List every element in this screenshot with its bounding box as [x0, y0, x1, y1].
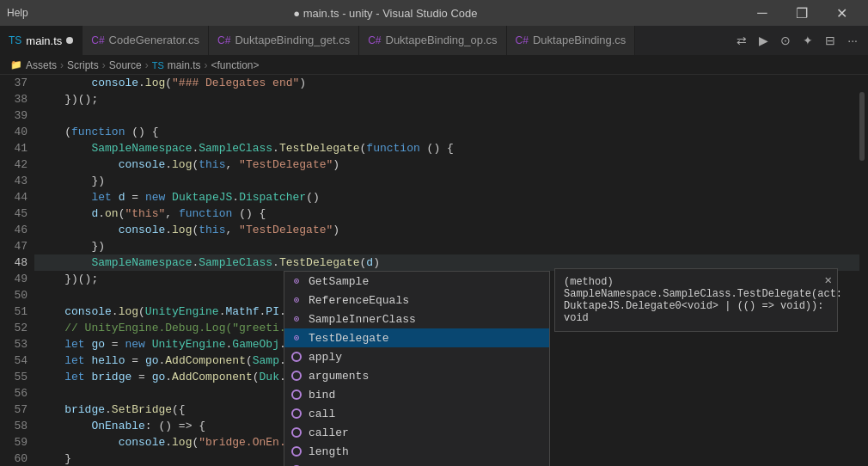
breadcrumb-sep-4: ›	[204, 59, 207, 71]
autocomplete-item-call[interactable]: call	[284, 404, 549, 423]
method-icon: ⊙	[290, 331, 303, 345]
tab-actions: ⇄ ▶ ⊙ ✦ ⊟ ···	[733, 26, 868, 55]
autocomplete-item-test-delegate[interactable]: ⊙ TestDelegate	[284, 328, 549, 347]
tab-label-duktape-op: DuktapeBinding_op.cs	[386, 34, 498, 46]
title-bar-right: ─ ❐ ✕	[743, 0, 861, 26]
more-button[interactable]: ···	[844, 32, 861, 49]
maximize-button[interactable]: ❐	[782, 0, 822, 26]
line-num-57: 57	[3, 402, 28, 418]
autocomplete-item-caller[interactable]: caller	[284, 423, 549, 442]
autocomplete-item-get-sample[interactable]: ⊙ GetSample	[284, 272, 549, 291]
cs-icon: C#	[368, 34, 381, 46]
line-num-38: 38	[3, 91, 28, 107]
line-num-42: 42	[3, 156, 28, 173]
breadcrumb-assets[interactable]: Assets	[26, 59, 57, 71]
breadcrumb-function[interactable]: <function>	[211, 59, 259, 71]
autocomplete-label-apply: apply	[309, 351, 342, 364]
autocomplete-label-caller: caller	[309, 426, 349, 439]
cs-icon: C#	[516, 34, 529, 46]
debug-button[interactable]: ⊙	[777, 32, 794, 49]
circle-icon	[290, 350, 303, 364]
code-line-44: let d = new DuktapeJS.Dispatcher()	[34, 189, 859, 205]
title-bar: Help ● main.ts - unity - Visual Studio C…	[0, 0, 868, 26]
line-num-50: 50	[3, 287, 28, 304]
line-num-39: 39	[3, 107, 28, 124]
autocomplete-item-reference-equals[interactable]: ⊙ ReferenceEquals	[284, 291, 549, 310]
line-num-60: 60	[3, 451, 28, 466]
breadcrumb-source[interactable]: Source	[109, 59, 142, 71]
code-line-38: })();	[34, 91, 859, 107]
title-bar-center: ● main.ts - unity - Visual Studio Code	[28, 7, 743, 20]
autocomplete-item-bind[interactable]: bind	[284, 385, 549, 404]
autocomplete-item-arguments[interactable]: arguments	[284, 366, 549, 385]
autocomplete-label-test-delegate: TestDelegate	[309, 332, 389, 345]
line-num-59: 59	[3, 434, 28, 451]
tab-code-generator[interactable]: C# CodeGenerator.cs	[83, 26, 209, 55]
line-num-43: 43	[3, 173, 28, 189]
bookmark-button[interactable]: ✦	[799, 32, 816, 49]
tab-label-main-ts: main.ts	[26, 34, 62, 47]
scrollbar-thumb[interactable]	[859, 92, 865, 161]
line-num-47: 47	[3, 238, 28, 254]
line-num-55: 55	[3, 369, 28, 385]
circle-icon	[290, 369, 303, 383]
autocomplete-item-length[interactable]: length	[284, 442, 549, 461]
line-numbers-gutter: 37 38 39 40 41 42 43 44 45 46 47 48 49 5…	[0, 75, 34, 466]
method-icon: ⊙	[290, 312, 303, 326]
tab-label-duktape-main: DuktapeBinding.cs	[533, 34, 626, 46]
breadcrumb-sep-1: ›	[60, 59, 64, 71]
tooltip-close-button[interactable]: ✕	[825, 273, 832, 287]
tab-duktape-op[interactable]: C# DuktapeBinding_op.cs	[359, 26, 506, 55]
tab-duktape-get[interactable]: C# DuktapeBinding_get.cs	[209, 26, 359, 55]
code-line-40: (function () {	[34, 124, 859, 140]
cs-icon: C#	[91, 34, 104, 46]
circle-icon	[290, 407, 303, 420]
line-num-52: 52	[3, 320, 28, 336]
ts-icon: TS	[9, 34, 21, 46]
line-num-46: 46	[3, 222, 28, 238]
minimize-button[interactable]: ─	[743, 0, 782, 26]
tab-bar: TS main.ts C# CodeGenerator.cs C# Duktap…	[0, 26, 868, 56]
signature-help-tooltip: ✕ (method) SampleNamespace.SampleClass.T…	[554, 268, 838, 332]
code-line-37: console.log("### Delegates end")	[34, 75, 859, 91]
tab-modified-dot	[66, 37, 73, 44]
tab-main-ts[interactable]: TS main.ts	[0, 26, 83, 55]
close-button[interactable]: ✕	[822, 0, 861, 26]
tooltip-content: (method) SampleNamespace.SampleClass.Tes…	[564, 276, 842, 324]
code-line-45: d.on("this", function () {	[34, 205, 859, 222]
autocomplete-item-prototype[interactable]: prototype	[284, 461, 549, 466]
tab-label-duktape-get: DuktapeBinding_get.cs	[235, 34, 350, 46]
autocomplete-label-length: length	[309, 445, 349, 458]
code-line-46: console.log(this, "TestDelegate")	[34, 222, 859, 238]
line-num-51: 51	[3, 304, 28, 320]
line-num-48: 48	[3, 254, 28, 271]
run-button[interactable]: ▶	[755, 32, 772, 49]
split-editor-button[interactable]: ⇄	[733, 32, 750, 49]
line-num-53: 53	[3, 336, 28, 353]
breadcrumb: 📁 Assets › Scripts › Source › TS main.ts…	[0, 56, 868, 75]
autocomplete-item-sample-inner-class[interactable]: ⊙ SampleInnerClass	[284, 310, 549, 328]
scrollbar[interactable]	[859, 75, 868, 466]
method-icon: ⊙	[290, 274, 303, 288]
tab-label-code-generator: CodeGenerator.cs	[109, 34, 200, 46]
code-line-47: })	[34, 238, 859, 254]
layout-button[interactable]: ⊟	[822, 32, 839, 49]
circle-icon	[290, 426, 303, 439]
breadcrumb-icon-assets: 📁	[10, 59, 22, 71]
line-num-37: 37	[3, 75, 28, 91]
menu-help[interactable]: Help	[7, 7, 28, 19]
line-num-58: 58	[3, 418, 28, 434]
code-line-43: })	[34, 173, 859, 189]
breadcrumb-sep-2: ›	[102, 59, 106, 71]
autocomplete-label-call: call	[309, 408, 335, 420]
autocomplete-label-bind: bind	[309, 389, 335, 402]
breadcrumb-scripts[interactable]: Scripts	[67, 59, 99, 71]
autocomplete-item-apply[interactable]: apply	[284, 347, 549, 366]
autocomplete-dropdown: ⊙ GetSample ⊙ ReferenceEquals ⊙ SampleIn…	[284, 271, 550, 466]
code-line-42: console.log(this, "TestDelegate")	[34, 156, 859, 173]
breadcrumb-main-ts[interactable]: main.ts	[168, 59, 201, 71]
tab-duktape-main[interactable]: C# DuktapeBinding.cs	[507, 26, 636, 55]
line-num-41: 41	[3, 140, 28, 156]
circle-icon	[290, 445, 303, 458]
line-num-56: 56	[3, 385, 28, 402]
